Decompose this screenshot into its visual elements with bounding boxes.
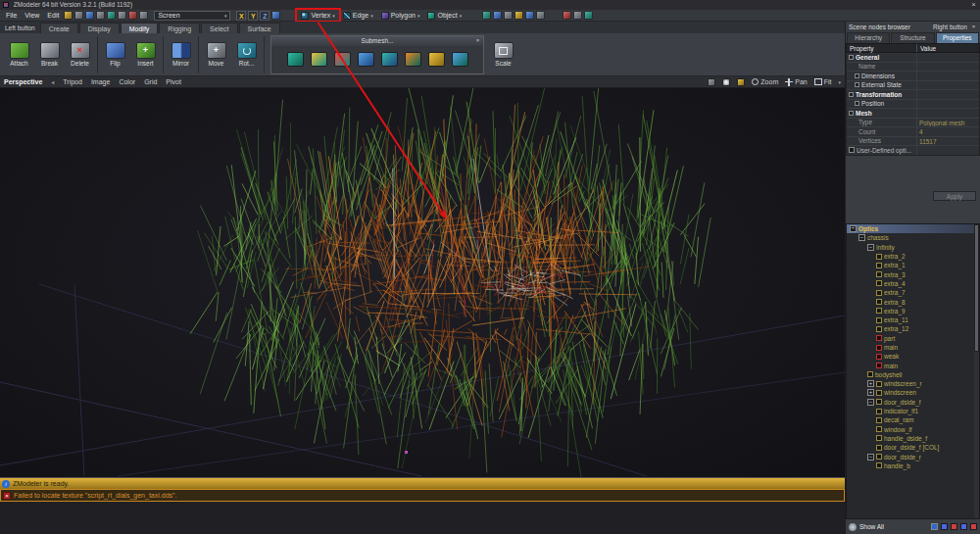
visibility-checkbox[interactable]: [867, 371, 873, 377]
tab-structure[interactable]: Structure: [891, 32, 934, 43]
flip-tool-button[interactable]: Flip: [100, 42, 130, 67]
tree-item[interactable]: part: [847, 334, 979, 343]
tab-display[interactable]: Display: [79, 23, 120, 33]
tree-item[interactable]: extra_1: [847, 261, 979, 269]
tree-scrollbar[interactable]: [974, 224, 979, 518]
tree-item[interactable]: weak: [847, 352, 979, 361]
menu-edit[interactable]: Edit: [43, 12, 63, 19]
property-row[interactable]: Vertices11517: [847, 137, 979, 147]
filter-collision-icon[interactable]: [951, 523, 957, 530]
visibility-checkbox[interactable]: [876, 426, 882, 432]
toolbar-icon[interactable]: [482, 11, 491, 20]
property-row[interactable]: General: [847, 53, 979, 63]
tree-item[interactable]: decal_ram: [847, 415, 979, 424]
tree-item[interactable]: extra_3: [847, 269, 979, 278]
visibility-checkbox[interactable]: [876, 409, 882, 414]
status-message-error[interactable]: Failed to locate texture "script_rt_dial…: [0, 489, 845, 502]
property-row[interactable]: Position: [847, 100, 979, 110]
visibility-checkbox[interactable]: [876, 454, 882, 460]
visibility-checkbox[interactable]: [876, 381, 882, 387]
visibility-checkbox[interactable]: [876, 290, 882, 296]
delete-tool-button[interactable]: Delete: [65, 42, 95, 67]
tree-item[interactable]: main: [847, 361, 979, 369]
menu-view[interactable]: View: [21, 12, 43, 19]
visibility-checkbox[interactable]: [876, 280, 882, 286]
tree-item[interactable]: main: [847, 343, 979, 352]
submesh-tool-icon[interactable]: [381, 52, 398, 67]
filter-icon[interactable]: [849, 523, 857, 531]
scrollbar-thumb[interactable]: [974, 224, 979, 352]
collapse-icon[interactable]: [867, 454, 874, 461]
visibility-checkbox[interactable]: [876, 254, 882, 260]
property-row[interactable]: Count4: [847, 127, 979, 137]
rot-tool-button[interactable]: Rot...: [231, 42, 262, 67]
toolbar-icon[interactable]: [118, 11, 126, 20]
tree-item[interactable]: chassis: [847, 233, 979, 242]
visibility-checkbox[interactable]: [876, 354, 882, 360]
group-box-icon[interactable]: [849, 55, 854, 60]
submesh-tool-icon[interactable]: [334, 52, 351, 67]
attach-tool-button[interactable]: Attach: [4, 42, 34, 67]
collapse-icon[interactable]: [858, 234, 865, 241]
expand-box-icon[interactable]: [855, 101, 859, 106]
property-row[interactable]: Mesh: [847, 109, 979, 119]
viewport-option-grid[interactable]: Grid: [144, 78, 157, 85]
submesh-tool-icon[interactable]: [405, 52, 421, 67]
collapse-icon[interactable]: [867, 399, 874, 406]
tree-item[interactable]: door_dside_f [COL]: [847, 443, 979, 452]
chevron-down-icon[interactable]: [838, 78, 841, 85]
tree-item[interactable]: handle_b: [847, 461, 979, 470]
visibility-checkbox[interactable]: [876, 417, 882, 423]
viewport-option-image[interactable]: Image: [91, 78, 110, 85]
tree-item[interactable]: indicator_lf1: [847, 407, 979, 415]
tab-surface[interactable]: Surface: [239, 23, 280, 33]
lighting-icon[interactable]: [737, 78, 745, 86]
axis-y-toggle[interactable]: Y: [248, 11, 258, 21]
tree-item[interactable]: extra_7: [847, 288, 979, 297]
filter-mesh-icon[interactable]: [941, 523, 948, 530]
screen-mode-select[interactable]: Screen: [154, 11, 230, 21]
collapse-icon[interactable]: [850, 225, 857, 232]
vertex-mode-button[interactable]: Vertex: [297, 10, 338, 21]
tree-item[interactable]: windscreen_r: [847, 379, 979, 388]
visibility-checkbox[interactable]: [876, 308, 882, 314]
pan-tool[interactable]: Pan: [785, 78, 807, 86]
tree-item[interactable]: extra_9: [847, 307, 979, 316]
viewport-option-color[interactable]: Color: [119, 78, 135, 85]
visibility-checkbox[interactable]: [876, 326, 882, 332]
shading-icon[interactable]: [722, 78, 730, 86]
option-checkbox[interactable]: [849, 147, 855, 153]
toolbar-icon[interactable]: [573, 11, 582, 20]
tab-hierarchy[interactable]: Hierarchy: [847, 32, 890, 43]
object-mode-button[interactable]: Object: [423, 10, 466, 21]
expand-box-icon[interactable]: [855, 73, 859, 78]
zoom-tool[interactable]: Zoom: [752, 78, 778, 85]
close-icon[interactable]: [970, 24, 977, 30]
insert-tool-button[interactable]: Insert: [130, 42, 161, 67]
axis-x-toggle[interactable]: X: [236, 11, 246, 21]
mirror-tool-button[interactable]: Mirror: [166, 42, 196, 67]
tab-modify[interactable]: Modify: [121, 23, 159, 33]
visibility-checkbox[interactable]: [876, 399, 882, 405]
toolbar-icon[interactable]: [493, 11, 502, 20]
tree-item[interactable]: extra_11: [847, 316, 979, 324]
property-row[interactable]: Dimensions: [847, 72, 979, 81]
tree-item[interactable]: windscreen: [847, 388, 979, 397]
visibility-checkbox[interactable]: [876, 462, 882, 468]
tree-item[interactable]: extra_12: [847, 324, 979, 333]
tree-item[interactable]: door_dside_r: [847, 452, 979, 461]
toolbar-icon[interactable]: [128, 11, 137, 20]
viewport-settings-icon[interactable]: [708, 78, 715, 86]
toolbar-icon[interactable]: [504, 11, 513, 20]
menu-file[interactable]: File: [2, 12, 21, 19]
visibility-checkbox[interactable]: [876, 390, 882, 396]
visibility-checkbox[interactable]: [876, 435, 882, 441]
toolbar-icon[interactable]: [64, 11, 73, 20]
toolbar-icon[interactable]: [96, 11, 105, 20]
submesh-tool-icon[interactable]: [311, 52, 327, 67]
toolbar-icon[interactable]: [85, 11, 94, 20]
viewport-option-tripod[interactable]: Tripod: [63, 78, 82, 85]
collapse-icon[interactable]: [867, 244, 874, 251]
tab-create[interactable]: Create: [40, 23, 78, 33]
tree-item[interactable]: window_lf: [847, 425, 979, 434]
